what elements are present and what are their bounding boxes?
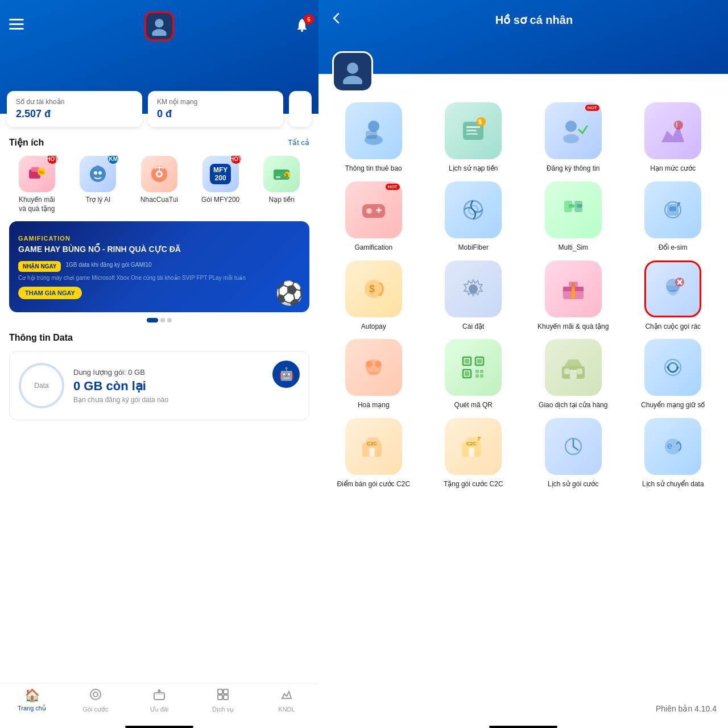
svg-rect-84 [570,370,577,379]
data-section-title: Thông tin Data [9,333,309,343]
feature-tanggoi[interactable]: C2C Tặng gói cước C2C [428,418,520,489]
feature-gamification[interactable]: HOT Gamification [328,181,420,253]
banner-section: GAMIFICATION GAME HAY BÙNG NỔ - RINH QUÀ… [0,213,318,322]
feature-lichsuchuyendata[interactable]: e Lịch sử chuyển data [627,418,719,489]
feature-khuyenmai[interactable]: Khuyến mãi & quà tặng [527,260,619,332]
feature-lichsu[interactable]: $ Lịch sử nạp tiền [428,102,520,173]
svg-point-71 [366,361,373,367]
svg-point-3 [155,19,163,27]
feature-label-autopay: Autopay [361,322,386,332]
version-text: Phiên bản 4.10.4 [318,700,728,722]
banner-graphic: ⚽ [275,280,304,307]
balance-card-main[interactable]: Số dư tài khoản 2.507 đ [7,91,142,127]
feature-label-thongtin: Thông tin thuê bao [345,164,402,173]
tienich-header: Tiện ích Tất cả [9,137,309,148]
dot-3 [167,318,172,322]
feature-label-gamification: Gamification [354,243,392,253]
menu-button[interactable] [9,19,24,34]
svg-rect-89 [369,448,375,457]
nav-dichvu[interactable]: Dịch vụ [191,688,255,713]
utility-naptien[interactable]: $ Nạp tiền [254,156,309,213]
notification-badge: 6 [304,14,314,24]
utility-khuyenmai[interactable]: HOT % Khuyến mãivà quà tặng [9,156,65,213]
balance-card-km[interactable]: KM nội mạng 0 đ [148,91,283,127]
right-header: Hồ sơ cá nhân [318,0,728,74]
feature-diemban[interactable]: C2C Điểm bán gói cước C2C [328,418,420,489]
svg-point-24 [93,692,98,697]
utility-goimfy[interactable]: HOT MFY200 Gói MFY200 [193,156,249,213]
tatca-link[interactable]: Tất cả [288,138,309,147]
utility-label-naptien: Nạp tiền [268,196,294,205]
svg-rect-85 [564,369,570,374]
svg-rect-0 [9,19,24,20]
feature-dangky[interactable]: HOT Đăng ký thông tin [527,102,619,173]
feature-doesim[interactable]: Đổi e-sim [627,181,719,253]
utility-trolyai[interactable]: KM Trợ lý AI [71,156,126,213]
feature-icon-multisim [545,181,602,238]
utility-label-nhac: NhacCuaTui [140,196,178,205]
feature-icon-caidat [445,260,502,317]
svg-point-32 [347,63,358,74]
feature-giaodich[interactable]: Giao dịch tại cửa hàng [527,339,619,410]
utility-nhaccuatui[interactable]: NhacCuaTui [131,156,187,213]
banner-cta-button[interactable]: THAM GIA NGAY [18,287,82,299]
feature-chuyenmang[interactable]: Chuyển mạng giữ số [627,339,719,410]
nav-uudai[interactable]: Ưu đãi [127,688,191,713]
svg-point-11 [94,171,97,175]
feature-quetma[interactable]: Quét mã QR [428,339,520,410]
dichvu-icon [217,688,229,704]
feature-lichsugoi[interactable]: Lịch sử gói cước [527,418,619,489]
svg-rect-50 [378,207,379,213]
robot-icon[interactable]: 🤖 [272,361,300,388]
balance-value: 2.507 đ [16,108,133,120]
svg-text:$: $ [478,118,482,125]
svg-point-44 [563,134,579,143]
svg-rect-40 [466,133,478,135]
feature-caidat[interactable]: Cài đặt [428,260,520,332]
data-note: Bạn chưa đăng ký gói data nào [73,396,300,404]
nav-label-dichvu: Dịch vụ [212,706,234,713]
svg-rect-47 [362,204,385,218]
nav-trangchu[interactable]: 🏠 Trang chủ [0,688,64,713]
feature-autopay[interactable]: $ Autopay [328,260,420,332]
feature-mobifiber[interactable]: MobiFiber [428,181,520,253]
hot-badge-khuyenmai: HOT [47,156,57,164]
svg-text:$: $ [286,172,288,178]
svg-point-4 [152,29,167,36]
feature-icon-dangky: HOT [545,102,602,159]
feature-thongtin[interactable]: Thông tin thuê bao [328,102,420,173]
svg-point-13 [96,166,100,169]
feature-label-hoamang: Hoà mạng [358,400,390,410]
feature-chancuoc[interactable]: Chặn cuộc gọi rác [627,260,719,332]
feature-label-quetma: Quét mã QR [454,400,493,410]
bottom-nav: 🏠 Trang chủ Gói cước Ưu đãi [0,683,318,722]
svg-rect-92 [469,448,474,457]
svg-rect-74 [465,359,469,363]
right-header-top: Hồ sơ cá nhân [330,11,717,28]
utility-icon-naptien: $ [263,156,300,192]
banner[interactable]: GAMIFICATION GAME HAY BÙNG NỔ - RINH QUÀ… [9,221,309,312]
back-button[interactable] [330,11,344,28]
feature-icon-chuyenmang [644,339,701,396]
feature-icon-thongtin [345,102,402,159]
profile-avatar[interactable] [332,51,373,92]
nav-kndl[interactable]: KNDL [255,688,318,713]
feature-hoamang[interactable]: Hoà mạng [328,339,420,410]
utility-icon-khuyenmai: HOT % [19,156,55,192]
balance-cards: Số dư tài khoản 2.507 đ KM nội mạng 0 đ [7,91,312,127]
data-card: Data Dung lượng gói: 0 GB 0 GB còn lại B… [9,351,309,420]
banner-dots [9,318,309,322]
utility-icon-goi: HOT MFY200 [202,156,239,192]
feature-hanmuc[interactable]: ! Hạn mức cước [627,102,719,173]
goicuoc-icon [89,688,102,704]
feature-multisim[interactable]: Multi_Sim [527,181,619,253]
avatar-button[interactable] [144,11,174,41]
home-bar [125,726,193,728]
uudai-icon [153,688,166,704]
feature-icon-hanmuc: ! [644,102,701,159]
svg-rect-59 [669,206,676,211]
nav-goicuoc[interactable]: Gói cước [64,688,127,713]
notification-bell[interactable]: 6 [295,18,309,35]
feature-icon-autopay: $ [345,260,402,317]
nav-label-uudai: Ưu đãi [150,706,169,713]
